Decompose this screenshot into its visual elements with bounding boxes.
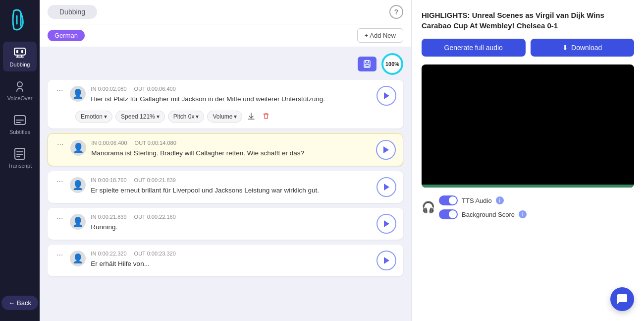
in-time: IN 0:00:21.839 [91, 214, 126, 220]
track-card: ··· 👤 IN 0:00:18.760 OUT 0:00:21.839 Er … [48, 171, 403, 203]
more-options-button[interactable]: ··· [54, 177, 65, 186]
avatar: 👤 [70, 251, 86, 266]
track-timestamps: IN 0:00:06.400 OUT 0:00:14.080 [91, 140, 371, 146]
avatar: 👤 [70, 140, 86, 156]
track-header: 100% [48, 53, 403, 75]
sidebar-item-label: Dubbing [10, 62, 30, 67]
track-text[interactable]: Manorama ist Sterling. Bradley will Call… [91, 149, 371, 158]
tracks-area: 100% ··· 👤 IN 0:00:02.080 OUT 0:00:06.40… [40, 47, 411, 321]
svg-rect-15 [365, 64, 369, 66]
save-button[interactable] [358, 57, 376, 71]
sidebar-item-dubbing[interactable]: Dubbing [3, 42, 37, 71]
in-time: IN 0:00:18.760 [91, 177, 126, 183]
right-panel: HIGHLIGHTS: Unreal Scenes as Virgil van … [411, 0, 644, 321]
sidebar-item-label: VoiceOver [7, 95, 33, 101]
track-timestamps: IN 0:00:18.760 OUT 0:00:21.839 [91, 177, 372, 183]
language-badge[interactable]: German [48, 30, 85, 41]
audio-toggles: 🎧 TTS Audio i Background Score i [422, 195, 634, 219]
play-button[interactable] [376, 177, 396, 197]
background-score-info-icon[interactable]: i [519, 210, 527, 218]
play-button[interactable] [376, 214, 396, 234]
track-top: ··· 👤 IN 0:00:21.839 OUT 0:00:22.160 Run… [54, 214, 396, 234]
track-body: IN 0:00:06.400 OUT 0:00:14.080 Manorama … [91, 140, 371, 158]
progress-indicator: 100% [381, 53, 403, 75]
back-arrow-icon: ← [8, 299, 15, 307]
track-card: ··· 👤 IN 0:00:21.839 OUT 0:00:22.160 Run… [48, 208, 403, 240]
sidebar-item-voiceover[interactable]: VoiceOver [3, 75, 37, 105]
download-track-button[interactable] [245, 111, 257, 123]
track-text[interactable]: Er spielte erneut brillant für Liverpool… [91, 186, 372, 195]
download-button[interactable]: ⬇ Download [531, 39, 635, 57]
track-text[interactable]: Er erhält Hilfe von... [91, 259, 372, 269]
add-new-button[interactable]: + Add New [357, 28, 403, 43]
avatar: 👤 [70, 214, 86, 230]
svg-rect-4 [21, 50, 23, 53]
avatar: 👤 [70, 86, 86, 102]
chevron-down-icon: ▾ [104, 113, 107, 120]
help-icon[interactable]: ? [389, 5, 403, 19]
tts-audio-label: TTS Audio [462, 197, 492, 204]
play-button[interactable] [376, 86, 396, 106]
sidebar-item-label: Transcript [8, 163, 32, 169]
sidebar: Dubbing VoiceOver Subtitles Transcript ←… [0, 0, 40, 321]
in-time: IN 0:00:06.400 [91, 140, 127, 146]
delete-track-button[interactable] [260, 111, 272, 123]
track-timestamps: IN 0:00:21.839 OUT 0:00:22.160 [91, 214, 372, 220]
video-title: HIGHLIGHTS: Unreal Scenes as Virgil van … [422, 10, 634, 31]
emotion-dropdown[interactable]: Emotion ▾ [75, 111, 112, 123]
tts-info-icon[interactable]: i [496, 196, 504, 204]
out-time: OUT 0:00:23.320 [134, 251, 176, 257]
sidebar-item-subtitles[interactable]: Subtitles [3, 109, 37, 139]
in-time: IN 0:00:02.080 [91, 86, 126, 92]
track-top: ··· 👤 IN 0:00:22.320 OUT 0:00:23.320 Er … [54, 251, 396, 270]
main-content: Dubbing ? German + Add New 100% ··· 👤 IN… [40, 0, 411, 321]
video-preview [422, 64, 634, 188]
more-options-button[interactable]: ··· [54, 251, 65, 259]
play-button[interactable] [376, 140, 396, 160]
background-score-row: Background Score i [439, 209, 634, 219]
download-icon: ⬇ [562, 44, 568, 52]
sidebar-item-label: Subtitles [9, 129, 30, 135]
toggle-group: TTS Audio i Background Score i [439, 195, 634, 219]
out-time: OUT 0:00:22.160 [134, 214, 176, 220]
top-bar: Dubbing ? [40, 0, 411, 24]
more-options-button[interactable]: ··· [54, 214, 65, 223]
generate-audio-button[interactable]: Generate full audio [422, 39, 526, 57]
track-body: IN 0:00:02.080 OUT 0:00:06.400 Hier ist … [91, 86, 372, 104]
chat-bubble-button[interactable] [610, 287, 634, 311]
back-button[interactable]: ← Back [1, 296, 38, 310]
speed-dropdown[interactable]: Speed 121% ▾ [115, 111, 165, 123]
track-body: IN 0:00:22.320 OUT 0:00:23.320 Er erhält… [91, 251, 372, 269]
video-progress-bar [422, 185, 634, 188]
sidebar-item-transcript[interactable]: Transcript [3, 143, 37, 173]
tts-audio-toggle[interactable] [439, 195, 458, 205]
track-text[interactable]: Running. [91, 223, 372, 232]
track-body: IN 0:00:18.760 OUT 0:00:21.839 Er spielt… [91, 177, 372, 195]
out-time: OUT 0:00:14.080 [135, 140, 176, 146]
in-time: IN 0:00:22.320 [91, 251, 126, 257]
more-options-button[interactable]: ··· [55, 140, 65, 149]
svg-point-5 [17, 82, 22, 87]
track-timestamps: IN 0:00:02.080 OUT 0:00:06.400 [91, 86, 372, 92]
play-button[interactable] [376, 251, 396, 270]
chevron-down-icon: ▾ [196, 113, 199, 120]
dubbing-tab[interactable]: Dubbing [48, 5, 97, 19]
track-top: ··· 👤 IN 0:00:02.080 OUT 0:00:06.400 Hie… [54, 86, 396, 106]
chevron-down-icon: ▾ [157, 113, 160, 120]
more-options-button[interactable]: ··· [54, 86, 65, 95]
action-buttons: Generate full audio ⬇ Download [422, 39, 634, 57]
track-timestamps: IN 0:00:22.320 OUT 0:00:23.320 [91, 251, 372, 257]
volume-dropdown[interactable]: Volume ▾ [207, 111, 242, 123]
track-controls: Emotion ▾ Speed 121% ▾ Pitch 0x ▾ Volume… [54, 111, 396, 123]
pitch-dropdown[interactable]: Pitch 0x ▾ [168, 111, 205, 123]
svg-rect-2 [14, 48, 25, 55]
audio-controls-row: 🎧 TTS Audio i Background Score i [422, 195, 634, 219]
track-card: ··· 👤 IN 0:00:22.320 OUT 0:00:23.320 Er … [48, 245, 403, 276]
background-score-label: Background Score [462, 211, 515, 218]
tts-audio-row: TTS Audio i [439, 195, 634, 205]
track-text[interactable]: Hier ist Platz für Gallagher mit Jackson… [91, 95, 372, 104]
background-score-toggle[interactable] [439, 209, 458, 219]
track-top: ··· 👤 IN 0:00:06.400 OUT 0:00:14.080 Man… [55, 140, 396, 160]
app-logo [8, 6, 32, 34]
track-card: ··· 👤 IN 0:00:06.400 OUT 0:00:14.080 Man… [48, 133, 403, 166]
